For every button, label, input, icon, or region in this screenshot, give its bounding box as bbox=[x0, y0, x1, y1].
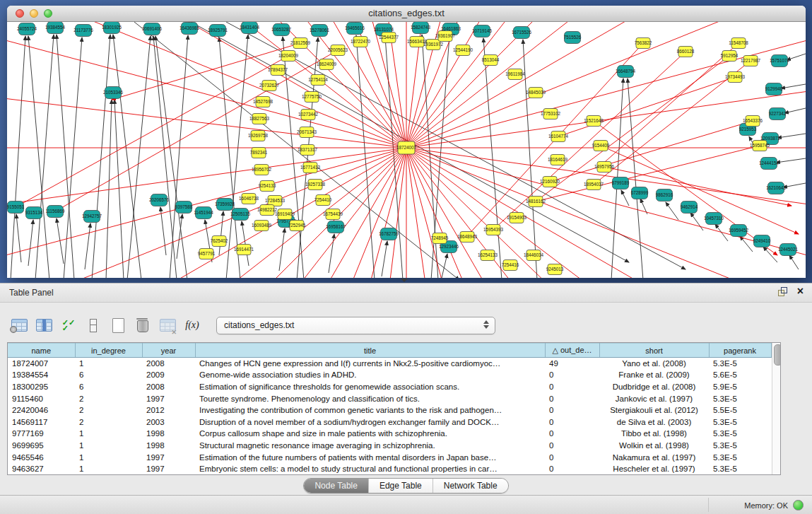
table-scrollbar-thumb[interactable] bbox=[774, 344, 782, 366]
table-cell[interactable]: 5.3E-5 bbox=[709, 440, 771, 452]
table-cell[interactable]: 0 bbox=[545, 392, 599, 404]
graph-node[interactable]: 18827563 bbox=[249, 114, 270, 124]
table-cell[interactable]: 9777169 bbox=[8, 428, 75, 440]
graph-node[interactable]: 18648943 bbox=[457, 232, 478, 243]
graph-node[interactable]: 19269758 bbox=[248, 131, 269, 141]
table-cell[interactable]: 9465546 bbox=[8, 451, 75, 463]
graph-node[interactable]: 7515526 bbox=[564, 32, 582, 44]
table-cell[interactable]: de Silva et al. (2003) bbox=[599, 416, 709, 428]
table-cell[interactable]: 0 bbox=[545, 416, 599, 428]
graph-node[interactable]: 9254133 bbox=[259, 181, 276, 192]
graph-node[interactable]: 18371317 bbox=[298, 145, 318, 156]
table-scrollbar[interactable] bbox=[772, 343, 781, 474]
table-cell[interactable]: Genome-wide association studies in ADHD. bbox=[195, 369, 545, 381]
graph-node[interactable]: 19465616 bbox=[345, 23, 365, 35]
table-cell[interactable]: 6 bbox=[75, 381, 142, 393]
graph-node[interactable]: 18722470 bbox=[351, 37, 371, 47]
tab-network-table[interactable]: Network Table bbox=[433, 479, 508, 493]
graph-node[interactable]: 10273442 bbox=[298, 110, 319, 120]
splitter-collapse-icon[interactable] bbox=[401, 279, 408, 282]
table-cell[interactable]: 2009 bbox=[142, 369, 195, 381]
graph-node[interactable]: 16771413 bbox=[300, 163, 321, 173]
show-column-button[interactable] bbox=[35, 316, 53, 334]
column-header-out_de[interactable]: △ out_de… bbox=[545, 344, 599, 358]
graph-node[interactable]: 12505135 bbox=[230, 209, 251, 221]
graph-node[interactable]: 9397588 bbox=[175, 201, 193, 214]
table-cell[interactable]: 5.6E-5 bbox=[709, 369, 771, 381]
table-cell[interactable]: 9699695 bbox=[8, 440, 75, 452]
tab-node-table[interactable]: Node Table bbox=[304, 479, 368, 493]
graph-node[interactable]: 10457310 bbox=[704, 213, 724, 225]
table-cell[interactable]: Investigating the contribution of common… bbox=[195, 404, 545, 416]
table-cell[interactable]: Tibbo et al. (1998) bbox=[599, 428, 709, 440]
table-cell[interactable]: 49 bbox=[545, 358, 599, 370]
table-cell[interactable]: Nakamura et al. (1997) bbox=[599, 451, 709, 463]
graph-node[interactable]: 15958745 bbox=[750, 141, 770, 151]
table-cell[interactable]: 5.3E-5 bbox=[709, 428, 771, 440]
graph-node[interactable]: 19361907 bbox=[435, 31, 456, 42]
graph-node[interactable]: 16958167 bbox=[326, 221, 346, 233]
graph-node[interactable]: 16436981 bbox=[180, 23, 200, 35]
graph-node[interactable]: 15278061 bbox=[310, 25, 330, 37]
table-cell[interactable]: Hescheler et al. (1997) bbox=[599, 463, 709, 475]
graph-node[interactable]: 5912954 bbox=[721, 51, 739, 62]
graph-node[interactable]: 9462914 bbox=[681, 201, 698, 214]
graph-node[interactable]: 8799189 bbox=[612, 177, 630, 189]
table-cell[interactable]: 5.3E-5 bbox=[709, 358, 771, 370]
table-row[interactable]: 946362711997Embryonic stem cells: a mode… bbox=[8, 463, 771, 475]
table-cell[interactable]: 0 bbox=[545, 369, 599, 381]
column-header-in_degree[interactable]: in_degree bbox=[75, 344, 142, 358]
float-panel-icon[interactable] bbox=[778, 287, 787, 296]
graph-node[interactable]: 20732627 bbox=[259, 81, 280, 91]
table-cell[interactable]: 0 bbox=[545, 404, 599, 416]
select-all-button[interactable]: ✓✓✓ bbox=[59, 316, 78, 334]
table-cell[interactable]: Franke et al. (2009) bbox=[599, 369, 709, 381]
delete-button[interactable] bbox=[134, 316, 152, 334]
table-selector-dropdown[interactable]: citations_edges.txt bbox=[216, 317, 495, 334]
function-builder-button[interactable]: f(x) bbox=[183, 316, 201, 334]
graph-node[interactable]: 12942757 bbox=[82, 211, 102, 223]
table-cell[interactable]: 1 bbox=[75, 358, 142, 370]
column-header-short[interactable]: short bbox=[599, 344, 709, 358]
graph-node[interactable]: 14982212 bbox=[257, 205, 278, 216]
table-settings-button[interactable] bbox=[10, 316, 28, 334]
table-row[interactable]: 1456911722003Disruption of a novel membe… bbox=[8, 416, 771, 428]
graph-node[interactable]: 12544377 bbox=[379, 33, 399, 43]
table-cell[interactable]: 2003 bbox=[142, 416, 195, 428]
graph-node[interactable]: 17753102 bbox=[541, 109, 561, 119]
table-cell[interactable]: 19384554 bbox=[8, 369, 75, 381]
table-cell[interactable]: Yano et al. (2008) bbox=[599, 358, 709, 370]
table-cell[interactable]: Estimation of the future numbers of pati… bbox=[195, 451, 545, 463]
table-cell[interactable]: 1 bbox=[75, 428, 142, 440]
table-cell[interactable]: 1 bbox=[75, 463, 142, 475]
graph-node[interactable]: 21812569 bbox=[290, 38, 311, 49]
graph-node[interactable]: 21053346 bbox=[103, 87, 124, 99]
table-cell[interactable]: 9115460 bbox=[8, 392, 75, 404]
table-row[interactable]: 2242004622012Investigating the contribut… bbox=[8, 404, 771, 416]
graph-node[interactable]: 9129946 bbox=[765, 83, 783, 95]
graph-node[interactable]: 14957956 bbox=[594, 162, 615, 173]
table-cell[interactable]: Disruption of a novel member of a sodium… bbox=[195, 416, 545, 428]
table-cell[interactable]: Corpus callosum shape and size in male p… bbox=[195, 428, 545, 440]
table-cell[interactable]: 1997 bbox=[142, 392, 195, 404]
graph-node[interactable]: 11548708 bbox=[729, 38, 748, 49]
table-cell[interactable]: 0 bbox=[545, 451, 599, 463]
graph-hub-node[interactable]: 18724007 bbox=[396, 141, 417, 154]
graph-node[interactable]: 19154903 bbox=[507, 213, 527, 223]
table-cell[interactable]: Dudbridge et al. (2008) bbox=[599, 381, 709, 393]
graph-node[interactable]: 16715526 bbox=[512, 27, 532, 39]
graph-node[interactable]: 16093489 bbox=[252, 221, 272, 231]
table-cell[interactable]: 5.3E-5 bbox=[709, 392, 771, 404]
graph-node[interactable]: 12217987 bbox=[741, 56, 761, 66]
graph-node[interactable]: 12160920 bbox=[540, 177, 560, 187]
graph-node[interactable]: 14816162 bbox=[526, 197, 546, 207]
table-cell[interactable]: 0 bbox=[545, 428, 599, 440]
graph-node[interactable]: 12445021 bbox=[778, 244, 799, 256]
graph-node[interactable]: 20206576 bbox=[149, 194, 170, 206]
table-row[interactable]: 977716911998Corpus callosum shape and si… bbox=[8, 428, 771, 440]
graph-node[interactable]: 15954393 bbox=[483, 225, 504, 235]
graph-node[interactable]: 17359928 bbox=[215, 199, 235, 211]
graph-node[interactable]: 9154409 bbox=[592, 141, 610, 151]
graph-node[interactable]: 20671343 bbox=[297, 127, 317, 138]
graph-node[interactable]: 8660128 bbox=[677, 47, 695, 57]
